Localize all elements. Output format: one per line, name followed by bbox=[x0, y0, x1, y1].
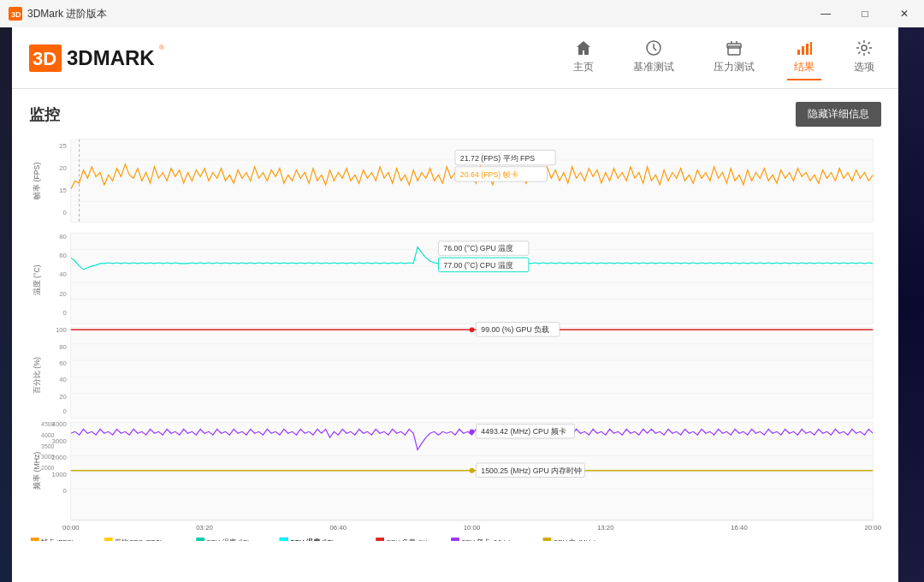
app-logo: 3D 3DMARK ® bbox=[29, 41, 166, 75]
svg-text:4500: 4500 bbox=[41, 422, 54, 428]
svg-text:20: 20 bbox=[59, 290, 67, 298]
svg-text:GPU 温度 (°C): GPU 温度 (°C) bbox=[290, 537, 335, 541]
monitor-area: 监控 隐藏详细信息 帧率 (FPS) 25 bbox=[12, 89, 898, 582]
window-controls: — □ ✕ bbox=[806, 0, 924, 27]
svg-text:频率 (MHz): 频率 (MHz) bbox=[33, 452, 41, 490]
navbar: 3D 3DMARK ® 主页 基准测试 压力 bbox=[12, 27, 898, 89]
sidebar-left bbox=[0, 27, 12, 582]
svg-text:06:40: 06:40 bbox=[330, 524, 347, 532]
sidebar-right bbox=[898, 27, 924, 582]
svg-text:3DMARK: 3DMARK bbox=[67, 46, 155, 69]
svg-rect-56 bbox=[71, 327, 873, 418]
main-container: 3D 3DMARK ® 主页 基准测试 压力 bbox=[0, 27, 924, 582]
svg-text:40: 40 bbox=[59, 376, 67, 383]
svg-point-81 bbox=[470, 429, 475, 434]
svg-text:60: 60 bbox=[59, 252, 67, 259]
svg-text:20.64 (FPS) 帧卡: 20.64 (FPS) 帧卡 bbox=[460, 170, 518, 179]
nav-settings[interactable]: 选项 bbox=[847, 35, 881, 80]
svg-point-15 bbox=[862, 45, 867, 50]
svg-text:0: 0 bbox=[63, 407, 68, 415]
svg-text:99.00 (%) GPU 负载: 99.00 (%) GPU 负载 bbox=[481, 325, 549, 334]
svg-text:20:00: 20:00 bbox=[864, 524, 881, 532]
logo-svg: 3D 3DMARK ® bbox=[29, 41, 166, 75]
svg-text:80: 80 bbox=[59, 233, 67, 241]
svg-text:CPU 频卡 (MHz): CPU 频卡 (MHz) bbox=[461, 538, 512, 541]
svg-text:1000: 1000 bbox=[52, 471, 68, 478]
svg-rect-99 bbox=[104, 537, 113, 541]
svg-point-62 bbox=[470, 327, 475, 332]
maximize-button[interactable]: □ bbox=[845, 0, 885, 27]
svg-text:0: 0 bbox=[63, 487, 68, 495]
svg-text:60: 60 bbox=[59, 359, 67, 367]
hide-details-button[interactable]: 隐藏详细信息 bbox=[796, 102, 881, 127]
svg-text:00:00: 00:00 bbox=[62, 524, 80, 532]
svg-text:80: 80 bbox=[59, 343, 67, 351]
svg-text:13:20: 13:20 bbox=[597, 524, 614, 532]
svg-rect-97 bbox=[31, 537, 39, 541]
svg-text:40: 40 bbox=[59, 270, 67, 278]
svg-text:3D: 3D bbox=[11, 10, 21, 19]
svg-text:20: 20 bbox=[59, 164, 67, 172]
svg-text:03:20: 03:20 bbox=[196, 524, 213, 532]
close-button[interactable]: ✕ bbox=[885, 0, 924, 27]
svg-text:25: 25 bbox=[59, 142, 67, 150]
nav-results[interactable]: 结果 bbox=[787, 35, 821, 80]
svg-text:16:40: 16:40 bbox=[731, 524, 748, 532]
svg-text:0: 0 bbox=[63, 209, 68, 217]
svg-rect-11 bbox=[797, 50, 800, 55]
svg-text:温度 (°C): 温度 (°C) bbox=[33, 264, 41, 295]
svg-rect-12 bbox=[802, 46, 804, 55]
svg-text:100: 100 bbox=[56, 326, 68, 334]
svg-text:GPU 内 (MHz): GPU 内 (MHz) bbox=[553, 538, 596, 541]
svg-text:1500.25 (MHz) GPU 内存时钟: 1500.25 (MHz) GPU 内存时钟 bbox=[481, 466, 582, 475]
svg-text:百分比 (%): 百分比 (%) bbox=[33, 357, 41, 394]
svg-text:3000: 3000 bbox=[41, 454, 54, 460]
svg-text:帧卡 (FPS): 帧卡 (FPS) bbox=[41, 538, 74, 541]
svg-text:15: 15 bbox=[59, 187, 67, 194]
nav-home[interactable]: 主页 bbox=[566, 35, 601, 80]
charts-container: 帧率 (FPS) 25 20 15 0 bbox=[29, 135, 881, 560]
svg-text:3500: 3500 bbox=[41, 443, 54, 449]
monitor-header: 监控 隐藏详细信息 bbox=[29, 102, 881, 127]
svg-text:77.00 (°C) CPU 温度: 77.00 (°C) CPU 温度 bbox=[443, 261, 513, 270]
svg-text:3D: 3D bbox=[33, 48, 56, 69]
svg-rect-105 bbox=[376, 537, 384, 541]
charts-svg: 帧率 (FPS) 25 20 15 0 bbox=[29, 135, 881, 541]
svg-text:76.00 (°C) GPU 温度: 76.00 (°C) GPU 温度 bbox=[443, 244, 513, 252]
nav-items: 主页 基准测试 压力测试 结果 bbox=[566, 35, 881, 80]
svg-rect-101 bbox=[196, 537, 204, 541]
svg-text:4000: 4000 bbox=[41, 432, 54, 438]
svg-rect-13 bbox=[806, 44, 808, 55]
svg-text:平均 FPS (FPS): 平均 FPS (FPS) bbox=[115, 538, 163, 541]
svg-text:20: 20 bbox=[59, 393, 67, 401]
svg-text:GPU 负载 (%): GPU 负载 (%) bbox=[386, 538, 429, 541]
svg-rect-14 bbox=[810, 42, 812, 55]
nav-benchmark[interactable]: 基准测试 bbox=[626, 35, 681, 80]
app-icon: 3D bbox=[9, 7, 22, 21]
svg-text:0: 0 bbox=[63, 309, 68, 317]
svg-text:4493.42 (MHz) CPU 频卡: 4493.42 (MHz) CPU 频卡 bbox=[481, 427, 566, 436]
svg-rect-109 bbox=[543, 537, 552, 541]
svg-text:10:00: 10:00 bbox=[464, 524, 481, 532]
svg-point-85 bbox=[470, 468, 475, 473]
svg-rect-103 bbox=[280, 537, 288, 541]
minimize-button[interactable]: — bbox=[806, 0, 845, 27]
titlebar-title: 3DMark 进阶版本 bbox=[27, 7, 107, 21]
svg-text:2000: 2000 bbox=[41, 465, 54, 471]
svg-text:®: ® bbox=[159, 44, 164, 51]
monitor-title: 监控 bbox=[29, 104, 60, 125]
content-area: 3D 3DMARK ® 主页 基准测试 压力 bbox=[12, 27, 898, 582]
svg-text:21.72 (FPS) 平均 FPS: 21.72 (FPS) 平均 FPS bbox=[460, 154, 536, 163]
nav-stress[interactable]: 压力测试 bbox=[707, 35, 761, 80]
titlebar: 3D 3DMark 进阶版本 — □ ✕ bbox=[0, 0, 924, 27]
svg-text:CPU 温度 (°C): CPU 温度 (°C) bbox=[206, 538, 250, 541]
svg-text:帧率 (FPS): 帧率 (FPS) bbox=[33, 163, 41, 199]
svg-rect-107 bbox=[451, 537, 459, 541]
